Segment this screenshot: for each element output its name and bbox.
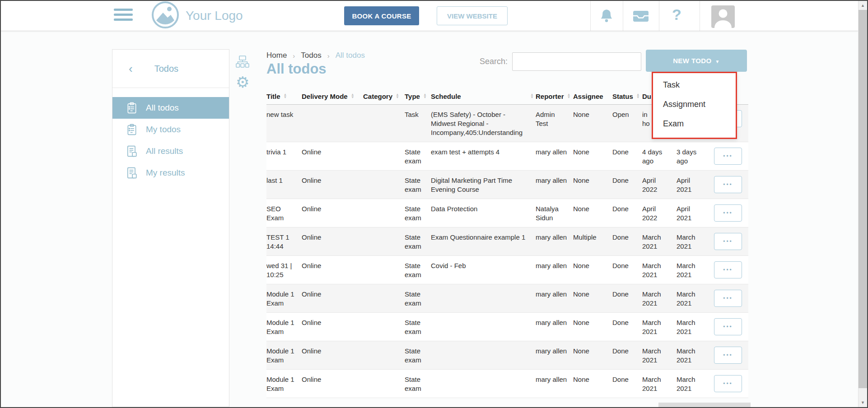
notifications-bell-icon[interactable] bbox=[600, 8, 613, 25]
menu-item-task[interactable]: Task bbox=[653, 75, 736, 95]
cell-schedule: Digital Marketing Part Time Evening Cour… bbox=[431, 171, 536, 199]
cell-schedule: Data Protection bbox=[431, 199, 536, 227]
row-actions-button[interactable]: ••• bbox=[714, 204, 742, 222]
vertical-scrollbar[interactable]: ▲ ▼ bbox=[858, 1, 867, 407]
cell-reporter: mary allen bbox=[536, 142, 573, 170]
cell-status: Done bbox=[612, 341, 642, 369]
cell-reporter: mary allen bbox=[536, 256, 573, 284]
search-input[interactable] bbox=[512, 52, 641, 71]
gear-icon[interactable]: ⚙ bbox=[236, 74, 249, 90]
sidebar-item-all-todos[interactable]: All todos bbox=[112, 97, 229, 119]
cell-reporter: mary allen bbox=[536, 284, 573, 312]
ellipsis-icon: ••• bbox=[723, 181, 733, 188]
sidebar-item-my-todos[interactable]: My todos bbox=[112, 119, 229, 140]
cell-due: April 2022 bbox=[642, 171, 677, 199]
cell-category bbox=[363, 142, 405, 170]
column-header-type[interactable]: Type▲▼ bbox=[405, 93, 431, 100]
content-area: ‹ Todos All todosMy todosAll resultsMy r… bbox=[1, 31, 858, 407]
menu-item-exam[interactable]: Exam bbox=[653, 114, 736, 134]
cell-status: Done bbox=[612, 227, 642, 255]
column-header-delivery-mode[interactable]: Delivery Mode▲▼ bbox=[302, 93, 363, 100]
sort-arrows-icon: ▲▼ bbox=[284, 93, 287, 99]
new-todo-button[interactable]: NEW TODO▼ bbox=[646, 50, 747, 72]
ellipsis-icon: ••• bbox=[723, 295, 733, 301]
cell-status: Done bbox=[612, 284, 642, 312]
cell-category bbox=[363, 256, 405, 284]
row-actions-button[interactable]: ••• bbox=[714, 347, 742, 364]
row-actions-button[interactable]: ••• bbox=[714, 261, 742, 278]
back-chevron-icon[interactable]: ‹ bbox=[129, 64, 133, 74]
cell-schedule bbox=[431, 341, 536, 369]
cell-assignee: None bbox=[573, 341, 612, 369]
cell-title: last 1 bbox=[266, 171, 302, 199]
horizontal-scrollbar-thumb[interactable] bbox=[658, 403, 751, 408]
row-actions-button[interactable]: ••• bbox=[714, 233, 742, 250]
sitemap-icon[interactable] bbox=[236, 56, 249, 70]
cell-due: March 2021 bbox=[642, 227, 677, 255]
cell-assignee: None bbox=[573, 284, 612, 312]
cell-assignee: None bbox=[573, 313, 612, 341]
column-header-title[interactable]: Title▲▼ bbox=[266, 93, 302, 100]
cell-delivery-mode: Online bbox=[302, 341, 363, 369]
top-header: Your Logo BOOK A COURSE VIEW WEBSITE ? bbox=[1, 1, 858, 31]
scroll-up-arrow-icon[interactable]: ▲ bbox=[859, 1, 867, 10]
column-header-schedule[interactable]: Schedule▲▼ bbox=[431, 93, 536, 100]
breadcrumb-home[interactable]: Home bbox=[266, 51, 287, 60]
row-actions-button[interactable]: ••• bbox=[714, 290, 742, 307]
column-header-assignee: Assignee bbox=[573, 93, 612, 100]
header-divider bbox=[659, 1, 659, 31]
ellipsis-icon: ••• bbox=[723, 210, 733, 216]
user-avatar[interactable] bbox=[711, 5, 735, 30]
hamburger-menu-icon[interactable] bbox=[114, 9, 133, 21]
cell-assignee: None bbox=[573, 142, 612, 170]
row-actions-button[interactable]: ••• bbox=[714, 148, 742, 165]
cell-category bbox=[363, 341, 405, 369]
app-window: Your Logo BOOK A COURSE VIEW WEBSITE ? bbox=[0, 0, 868, 408]
inbox-tray-icon[interactable] bbox=[633, 10, 649, 24]
ellipsis-icon: ••• bbox=[723, 238, 733, 245]
view-website-button[interactable]: VIEW WEBSITE bbox=[437, 6, 508, 25]
column-header-reporter[interactable]: Reporter▲▼ bbox=[536, 93, 573, 100]
vertical-scrollbar-thumb[interactable] bbox=[859, 10, 867, 388]
cell-delivery-mode: Online bbox=[302, 284, 363, 312]
row-actions-button[interactable]: ••• bbox=[714, 375, 742, 392]
cell-title: Module 1 Exam bbox=[266, 313, 302, 341]
cell-created: March 2021 bbox=[677, 256, 708, 284]
column-header-status[interactable]: Status▲▼ bbox=[612, 93, 642, 100]
help-question-icon[interactable]: ? bbox=[672, 6, 681, 23]
row-actions-button[interactable]: ••• bbox=[714, 176, 742, 193]
results-icon bbox=[126, 167, 138, 179]
cell-status: Done bbox=[612, 256, 642, 284]
cell-category bbox=[363, 227, 405, 255]
cell-due: March 2021 bbox=[642, 341, 677, 369]
table-row: trivia 1OnlineState examexam test + atte… bbox=[266, 142, 748, 171]
sort-arrows-icon: ▲▼ bbox=[530, 93, 534, 99]
cell-type: State exam bbox=[405, 142, 431, 170]
column-header-category[interactable]: Category▲▼ bbox=[363, 93, 405, 100]
cell-created: March 2021 bbox=[677, 370, 708, 398]
breadcrumb-todos[interactable]: Todos bbox=[301, 51, 321, 60]
cell-actions: ••• bbox=[708, 370, 748, 398]
cell-reporter: mary allen bbox=[536, 370, 573, 398]
cell-actions: ••• bbox=[708, 284, 748, 312]
menu-item-assignment[interactable]: Assignment bbox=[653, 95, 736, 114]
scroll-down-arrow-icon[interactable]: ▼ bbox=[859, 398, 867, 407]
sidebar-item-my-results[interactable]: My results bbox=[112, 162, 229, 184]
cell-actions: ••• bbox=[708, 341, 748, 369]
sidebar-item-all-results[interactable]: All results bbox=[112, 140, 229, 162]
cell-title: new task bbox=[266, 105, 302, 142]
row-actions-button[interactable]: ••• bbox=[714, 318, 742, 335]
cell-schedule: (EMS Safety) - October - Midwest Regiona… bbox=[431, 105, 536, 142]
logo-text: Your Logo bbox=[186, 9, 243, 23]
cell-created: March 2021 bbox=[677, 227, 708, 255]
ellipsis-icon: ••• bbox=[723, 267, 733, 273]
cell-type: State exam bbox=[405, 199, 431, 227]
todo-icon bbox=[126, 102, 138, 114]
header-divider bbox=[590, 1, 591, 31]
cell-due: April 2022 bbox=[642, 199, 677, 227]
cell-reporter: Admin Test bbox=[536, 105, 573, 142]
caret-down-icon: ▼ bbox=[715, 59, 720, 64]
book-a-course-button[interactable]: BOOK A COURSE bbox=[344, 6, 419, 25]
cell-type: State exam bbox=[405, 284, 431, 312]
cell-delivery-mode: Online bbox=[302, 227, 363, 255]
